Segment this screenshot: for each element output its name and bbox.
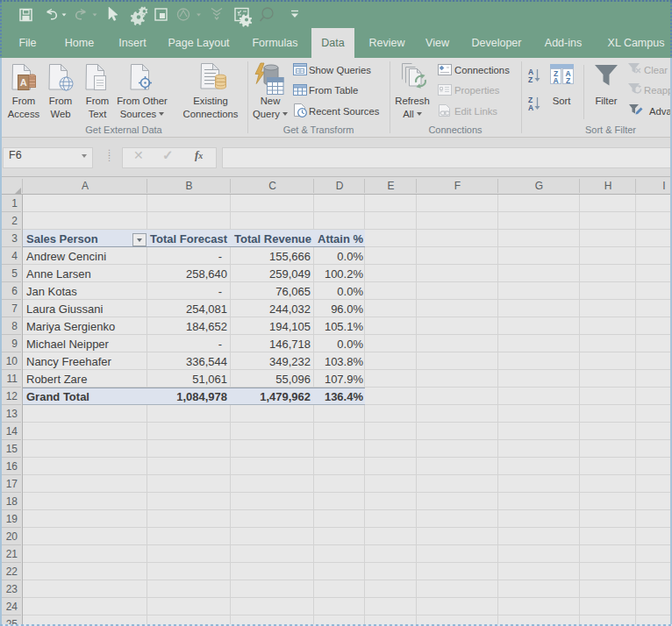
svg-text:A: A xyxy=(528,103,533,112)
svg-text:Z: Z xyxy=(566,76,570,85)
svg-text:A: A xyxy=(20,77,27,88)
svg-text:A: A xyxy=(553,76,558,85)
svg-text:Z: Z xyxy=(528,75,533,84)
